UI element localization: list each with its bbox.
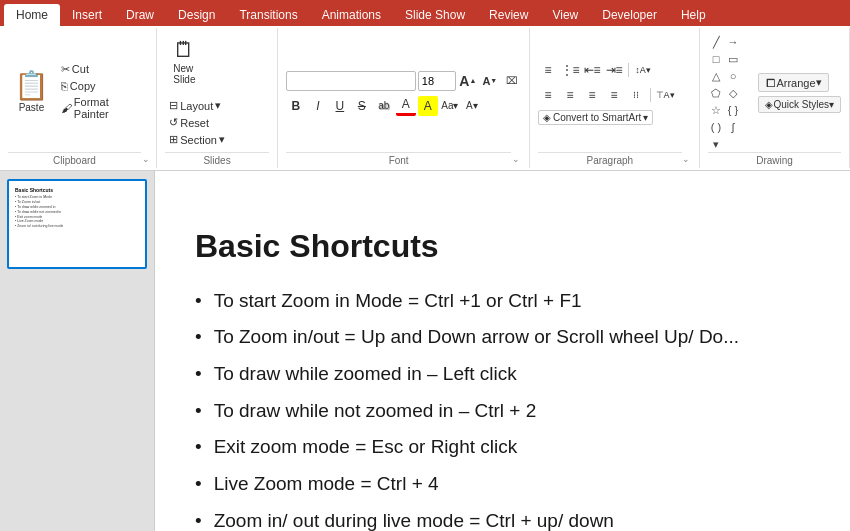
highlight-color-button[interactable]: A — [418, 96, 438, 116]
arrange-label: Arrange — [776, 77, 815, 89]
format-painter-button[interactable]: 🖌 Format Painter — [57, 95, 150, 121]
font-row-2: B I U S ab A A Aa▾ A▾ — [286, 96, 522, 116]
slide-content-area: Basic Shortcuts • To start Zoom in Mode … — [165, 208, 840, 531]
tab-design[interactable]: Design — [166, 4, 227, 26]
reset-button[interactable]: ↺ Reset — [165, 115, 229, 130]
drawing-shapes-area: ╱ → □ ▭ △ ○ ⬠ ◇ ☆ { } ( ) ∫ ▾ — [708, 34, 754, 152]
align-center-button[interactable]: ≡ — [560, 85, 580, 105]
align-right-button[interactable]: ≡ — [582, 85, 602, 105]
tab-transitions[interactable]: Transitions — [227, 4, 309, 26]
quick-styles-button[interactable]: ◈ Quick Styles ▾ — [758, 96, 841, 113]
shape-tri[interactable]: △ — [708, 68, 724, 84]
shape-curve[interactable]: ∫ — [725, 119, 741, 135]
tab-home[interactable]: Home — [4, 4, 60, 26]
bullet-text-5: Exit zoom mode = Esc or Right click — [214, 435, 518, 460]
increase-indent-button[interactable]: ⇥≡ — [604, 60, 624, 80]
shape-star[interactable]: ☆ — [708, 102, 724, 118]
clear-format-button[interactable]: ⌧ — [502, 71, 522, 91]
slides-content: 🗒 NewSlide ⊟ Layout ▾ ↺ Reset ⊞ — [165, 30, 269, 152]
tab-help[interactable]: Help — [669, 4, 718, 26]
tab-animations[interactable]: Animations — [310, 4, 393, 26]
format-painter-label: Format Painter — [74, 96, 146, 120]
italic-button[interactable]: I — [308, 96, 328, 116]
para-row-1: ≡ ⋮≡ ⇤≡ ⇥≡ ↕A▾ — [538, 60, 675, 80]
convert-smartart-button[interactable]: ◈ Convert to SmartArt ▾ — [538, 110, 653, 125]
layout-dropdown-icon: ▾ — [215, 99, 221, 112]
clipboard-label: Clipboard — [8, 152, 141, 166]
bullet-text-6: Live Zoom mode = Ctrl + 4 — [214, 472, 439, 497]
layout-label: Layout — [180, 100, 213, 112]
shape-line[interactable]: ╱ — [708, 34, 724, 50]
new-slide-button[interactable]: 🗒 NewSlide — [165, 35, 203, 87]
section-icon: ⊞ — [169, 133, 178, 146]
section-label: Section — [180, 134, 217, 146]
paste-button[interactable]: 📋 Paste — [8, 62, 55, 121]
paragraph-expand[interactable]: ⌄ — [682, 154, 691, 164]
cut-label: Cut — [72, 63, 89, 75]
case-button[interactable]: Aa▾ — [440, 96, 460, 116]
cut-button[interactable]: ✂ Cut — [57, 62, 150, 77]
underline-button[interactable]: U — [330, 96, 350, 116]
font-color-button[interactable]: A — [396, 96, 416, 116]
bullet-item-7: • Zoom in/ out during live mode = Ctrl +… — [195, 509, 810, 531]
shape-circle[interactable]: ○ — [725, 68, 741, 84]
tab-view[interactable]: View — [540, 4, 590, 26]
align-text-button[interactable]: ⊤A▾ — [655, 85, 675, 105]
thumb-title: Basic Shortcuts — [15, 187, 139, 193]
format-painter-icon: 🖌 — [61, 102, 72, 114]
font-size-input[interactable] — [418, 71, 456, 91]
bold-button[interactable]: B — [286, 96, 306, 116]
tab-bar: Home Insert Draw Design Transitions Anim… — [0, 0, 850, 26]
decrease-indent-button[interactable]: ⇤≡ — [582, 60, 602, 80]
thumb-content: • To start Zoom in Mode • To Zoom in/out… — [15, 195, 139, 229]
columns-button[interactable]: ⁞⁞ — [626, 85, 646, 105]
paste-label: Paste — [19, 102, 45, 113]
paragraph-label: Paragraph — [538, 152, 682, 166]
font-expand[interactable]: ⌄ — [511, 154, 521, 164]
layout-icon: ⊟ — [169, 99, 178, 112]
decrease-font-button[interactable]: A▼ — [480, 71, 500, 91]
copy-button[interactable]: ⎘ Copy — [57, 79, 150, 93]
tab-review[interactable]: Review — [477, 4, 540, 26]
strikethrough-button[interactable]: S — [352, 96, 372, 116]
tab-developer[interactable]: Developer — [590, 4, 669, 26]
shadow-button[interactable]: ab — [374, 96, 394, 116]
numbering-button[interactable]: ⋮≡ — [560, 60, 580, 80]
font-group: A▲ A▼ ⌧ B I U S ab A A Aa▾ A▾ Font — [278, 28, 530, 168]
shape-more[interactable]: ▾ — [708, 136, 724, 152]
bullet-item-4: • To draw while not zoomed in – Ctrl + 2 — [195, 399, 810, 424]
tab-draw[interactable]: Draw — [114, 4, 166, 26]
shape-rect2[interactable]: ▭ — [725, 51, 741, 67]
clipboard-expand[interactable]: ⌄ — [141, 154, 150, 164]
text-direction-button[interactable]: ↕A▾ — [633, 60, 653, 80]
bullets-button[interactable]: ≡ — [538, 60, 558, 80]
slides-label: Slides — [165, 152, 269, 166]
bullet-text-4: To draw while not zoomed in – Ctrl + 2 — [214, 399, 537, 424]
smartart-icon: ◈ — [543, 112, 551, 123]
increase-font-button[interactable]: A▲ — [458, 71, 478, 91]
shape-diamond[interactable]: ◇ — [725, 85, 741, 101]
font-color-picker[interactable]: A▾ — [462, 96, 482, 116]
slide-thumbnail[interactable]: Basic Shortcuts • To start Zoom in Mode … — [7, 179, 147, 269]
shape-pentagon[interactable]: ⬠ — [708, 85, 724, 101]
tab-slideshow[interactable]: Slide Show — [393, 4, 477, 26]
shape-arrow[interactable]: → — [725, 34, 741, 50]
align-left-button[interactable]: ≡ — [538, 85, 558, 105]
slide-canvas: Basic Shortcuts • To start Zoom in Mode … — [155, 171, 850, 531]
arrange-button[interactable]: ⧠ Arrange ▾ — [758, 73, 828, 92]
font-name-input[interactable] — [286, 71, 416, 91]
clipboard-buttons: 📋 Paste ✂ Cut ⎘ Copy 🖌 — [8, 62, 150, 121]
quick-styles-dropdown: ▾ — [829, 99, 834, 110]
shape-rect[interactable]: □ — [708, 51, 724, 67]
shape-paren[interactable]: ( ) — [708, 119, 724, 135]
slide-bullets-list: • To start Zoom in Mode = Ctrl +1 or Ctr… — [195, 289, 810, 531]
section-dropdown-icon: ▾ — [219, 133, 225, 146]
slide-panel: Basic Shortcuts • To start Zoom in Mode … — [0, 171, 155, 531]
bullet-item-1: • To start Zoom in Mode = Ctrl +1 or Ctr… — [195, 289, 810, 314]
shape-bracket[interactable]: { } — [725, 102, 741, 118]
section-button[interactable]: ⊞ Section ▾ — [165, 132, 229, 147]
justify-button[interactable]: ≡ — [604, 85, 624, 105]
copy-icon: ⎘ — [61, 80, 68, 92]
tab-insert[interactable]: Insert — [60, 4, 114, 26]
layout-button[interactable]: ⊟ Layout ▾ — [165, 98, 229, 113]
